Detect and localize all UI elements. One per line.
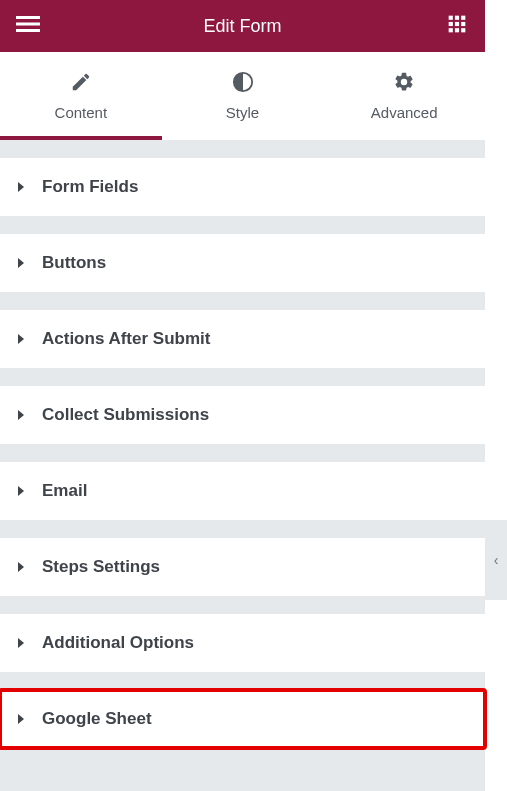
tab-bar: Content Style Advanced xyxy=(0,52,485,140)
apps-button[interactable] xyxy=(443,12,471,40)
caret-right-icon xyxy=(18,410,24,420)
caret-right-icon xyxy=(18,258,24,268)
tab-advanced[interactable]: Advanced xyxy=(323,52,485,140)
section-label: Actions After Submit xyxy=(42,329,210,349)
svg-rect-6 xyxy=(449,22,453,26)
section-actions-after-submit[interactable]: Actions After Submit xyxy=(0,310,485,368)
tab-content[interactable]: Content xyxy=(0,52,162,140)
apps-grid-icon xyxy=(447,14,467,38)
chevron-left-icon: ‹ xyxy=(494,552,499,568)
section-label: Additional Options xyxy=(42,633,194,653)
section-form-fields[interactable]: Form Fields xyxy=(0,158,485,216)
section-label: Google Sheet xyxy=(42,709,152,729)
svg-rect-10 xyxy=(455,28,459,32)
tab-label: Style xyxy=(226,104,259,121)
tab-label: Advanced xyxy=(371,104,438,121)
section-list: Form Fields Buttons Actions After Submit… xyxy=(0,140,485,748)
svg-rect-0 xyxy=(16,16,40,19)
svg-rect-2 xyxy=(16,29,40,32)
section-steps-settings[interactable]: Steps Settings xyxy=(0,538,485,596)
svg-rect-5 xyxy=(461,16,465,20)
gear-icon xyxy=(393,71,415,96)
menu-button[interactable] xyxy=(14,12,42,40)
section-google-sheet[interactable]: Google Sheet xyxy=(0,690,485,748)
section-collect-submissions[interactable]: Collect Submissions xyxy=(0,386,485,444)
section-email[interactable]: Email xyxy=(0,462,485,520)
contrast-icon xyxy=(232,71,254,96)
section-additional-options[interactable]: Additional Options xyxy=(0,614,485,672)
caret-right-icon xyxy=(18,714,24,724)
section-label: Collect Submissions xyxy=(42,405,209,425)
tab-label: Content xyxy=(55,104,108,121)
section-label: Form Fields xyxy=(42,177,138,197)
hamburger-icon xyxy=(16,12,40,40)
caret-right-icon xyxy=(18,334,24,344)
caret-right-icon xyxy=(18,638,24,648)
section-label: Email xyxy=(42,481,87,501)
svg-rect-11 xyxy=(461,28,465,32)
pencil-icon xyxy=(70,71,92,96)
section-buttons[interactable]: Buttons xyxy=(0,234,485,292)
svg-rect-9 xyxy=(449,28,453,32)
svg-rect-1 xyxy=(16,23,40,26)
caret-right-icon xyxy=(18,486,24,496)
svg-rect-7 xyxy=(455,22,459,26)
svg-rect-8 xyxy=(461,22,465,26)
section-label: Steps Settings xyxy=(42,557,160,577)
panel-header: Edit Form xyxy=(0,0,485,52)
tab-style[interactable]: Style xyxy=(162,52,324,140)
panel-collapse-handle[interactable]: ‹ xyxy=(485,520,507,600)
svg-rect-4 xyxy=(455,16,459,20)
svg-rect-3 xyxy=(449,16,453,20)
editor-panel: Edit Form Content xyxy=(0,0,485,791)
caret-right-icon xyxy=(18,562,24,572)
panel-title: Edit Form xyxy=(42,16,443,37)
caret-right-icon xyxy=(18,182,24,192)
section-label: Buttons xyxy=(42,253,106,273)
